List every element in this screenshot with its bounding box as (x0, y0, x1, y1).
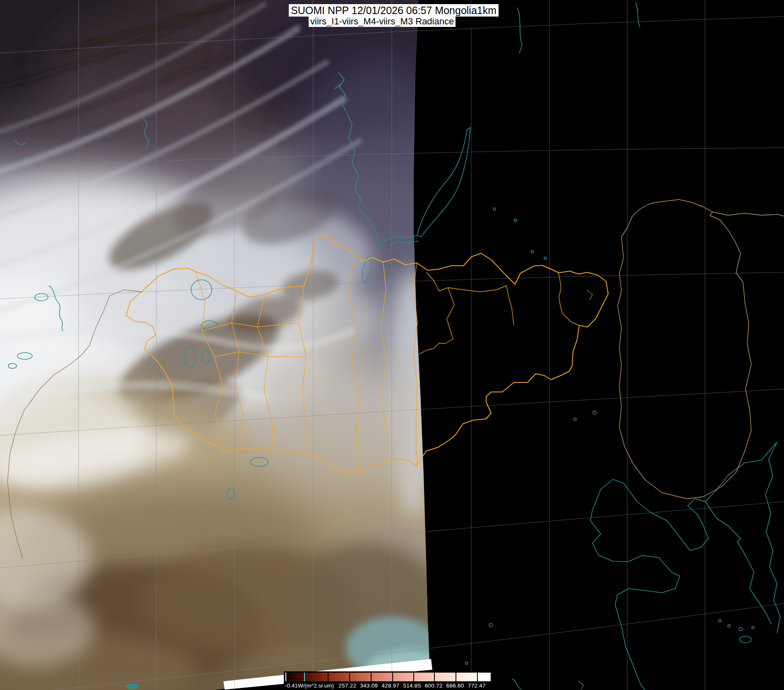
colorbar-tick-label: 428.97 (381, 683, 399, 689)
radiance-colorbar: -0.41W/(m^2.sr.um) 257.22 343.09 428.97 … (284, 671, 493, 690)
colorbar-tick-label: 600.72 (424, 683, 442, 689)
colorbar-labels: -0.41W/(m^2.sr.um) 257.22 343.09 428.97 … (285, 681, 492, 690)
colorbar-tick (392, 673, 393, 681)
colorbar-tick-label: 772.47 (468, 683, 486, 689)
satellite-map (0, 0, 784, 690)
colorbar-gradient-bar (285, 673, 491, 681)
colorbar-tick-label: 686.60 (446, 683, 464, 689)
colorbar-tick (477, 673, 478, 681)
title-line-2: viirs_I1-viirs_M4-viirs_M3 Radiance (309, 17, 456, 27)
satellite-swath-imagery (0, 0, 468, 690)
colorbar-tick (285, 673, 286, 681)
colorbar-tick (328, 673, 328, 681)
colorbar-tick (490, 673, 491, 681)
colorbar-unit-label: -0.41W/(m^2.sr.um) (285, 683, 334, 689)
satellite-viewer-screenshot: SUOMI NPP 12/01/2026 06:57 Mongolia1km v… (0, 0, 784, 690)
colorbar-tick (413, 673, 414, 681)
title-annotation: SUOMI NPP 12/01/2026 06:57 Mongolia1km v… (289, 4, 499, 17)
title-filler-block (456, 17, 480, 27)
colorbar-marker-tick (304, 673, 305, 681)
colorbar-tick-label: 343.09 (360, 683, 378, 689)
colorbar-tick (434, 673, 435, 681)
colorbar-tick (371, 673, 372, 681)
colorbar-tick (349, 673, 350, 681)
colorbar-tick-label: 514.85 (403, 683, 421, 689)
colorbar-tick (456, 673, 456, 681)
colorbar-tick-label: 257.22 (338, 683, 356, 689)
title-line-1: SUOMI NPP 12/01/2026 06:57 Mongolia1km (289, 4, 499, 17)
